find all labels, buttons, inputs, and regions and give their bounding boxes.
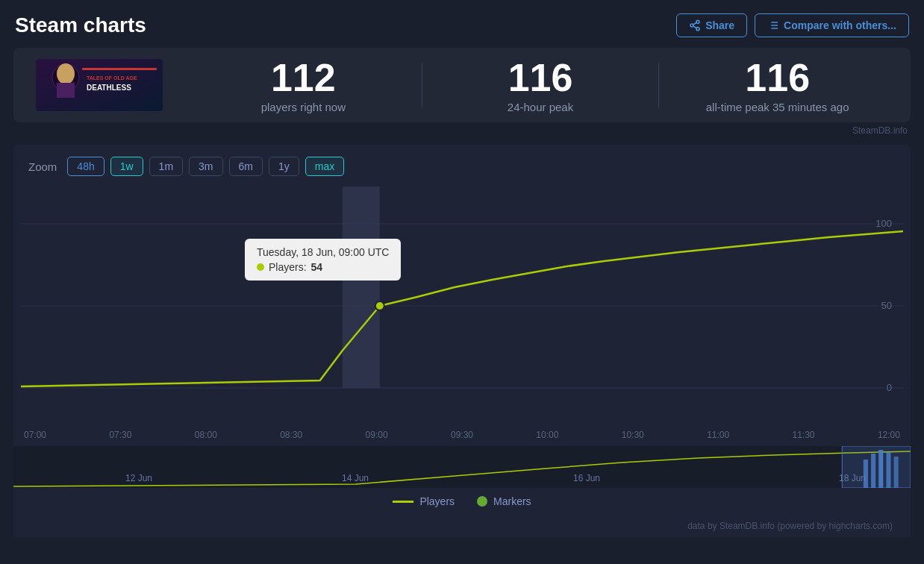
zoom-1y[interactable]: 1y — [269, 157, 299, 176]
stat-alltime-peak: 116 all-time peak 35 minutes ago — [667, 57, 888, 113]
stats-bar: TALES OF OLD AGE DEATHLESS 112 players r… — [13, 48, 911, 122]
game-image: TALES OF OLD AGE DEATHLESS — [36, 59, 163, 111]
svg-line-3 — [693, 26, 697, 28]
mini-label-1: 14 Jun — [342, 473, 369, 483]
data-credit: data by SteamDB.info (powered by highcha… — [13, 516, 911, 537]
players-now-label: players right now — [193, 101, 414, 113]
svg-rect-26 — [894, 457, 899, 488]
zoom-1m[interactable]: 1m — [149, 157, 183, 176]
svg-text:50: 50 — [881, 300, 891, 311]
svg-line-4 — [693, 22, 697, 25]
x-label-6: 10:00 — [536, 430, 558, 440]
mini-label-0: 12 Jun — [125, 473, 152, 483]
page-header: Steam charts Share Compare with others..… — [0, 0, 924, 48]
chart-container: Zoom 48h 1w 1m 3m 6m 1y max 100 50 0 — [13, 145, 911, 516]
svg-point-1 — [690, 24, 693, 27]
steamdb-credit: SteamDB.info — [0, 122, 924, 140]
peak-24h-number: 116 — [430, 57, 652, 99]
svg-text:DEATHLESS: DEATHLESS — [87, 84, 131, 92]
x-label-10: 12:00 — [878, 430, 900, 440]
chart-svg: 100 50 0 — [21, 187, 903, 425]
legend-row: Players Markers — [13, 488, 911, 516]
x-label-0: 07:00 — [24, 430, 46, 440]
share-icon — [689, 19, 701, 31]
svg-rect-18 — [343, 187, 380, 388]
mini-label-2: 16 Jun — [573, 473, 600, 483]
players-now-number: 112 — [193, 57, 414, 99]
legend-markers-dot — [477, 496, 487, 507]
zoom-48h[interactable]: 48h — [67, 157, 104, 176]
svg-text:100: 100 — [875, 218, 892, 229]
mini-label-3: 18 Jun — [839, 473, 866, 483]
svg-point-7 — [57, 63, 75, 84]
zoom-1w[interactable]: 1w — [110, 157, 143, 176]
x-axis: 07:00 07:30 08:00 08:30 09:00 09:30 10:0… — [13, 425, 911, 446]
svg-rect-8 — [57, 83, 75, 98]
stat-peak-24h: 116 24-hour peak — [430, 57, 652, 113]
zoom-6m[interactable]: 6m — [229, 157, 263, 176]
svg-text:0: 0 — [887, 382, 892, 393]
svg-point-0 — [696, 20, 699, 23]
legend-markers-label: Markers — [493, 495, 531, 507]
svg-text:TALES OF OLD AGE: TALES OF OLD AGE — [87, 75, 137, 81]
page-title: Steam charts — [15, 13, 146, 37]
alltime-peak-label: all-time peak 35 minutes ago — [667, 101, 888, 113]
svg-rect-23 — [871, 454, 875, 488]
legend-players-line — [393, 501, 413, 503]
alltime-peak-number: 116 — [667, 57, 888, 99]
legend-markers: Markers — [477, 495, 531, 507]
zoom-max[interactable]: max — [305, 157, 344, 176]
x-label-5: 09:30 — [451, 430, 473, 440]
header-actions: Share Compare with others... — [676, 13, 909, 37]
mini-navigator[interactable]: 12 Jun 14 Jun 16 Jun 18 Jun — [13, 446, 911, 488]
x-label-3: 08:30 — [280, 430, 302, 440]
compare-icon — [767, 19, 779, 31]
svg-rect-25 — [886, 452, 890, 488]
svg-point-19 — [375, 301, 384, 310]
zoom-label: Zoom — [28, 160, 57, 173]
svg-point-2 — [696, 28, 699, 31]
x-label-7: 10:30 — [622, 430, 644, 440]
x-label-9: 11:30 — [793, 430, 815, 440]
legend-players: Players — [393, 495, 455, 507]
x-label-8: 11:00 — [707, 430, 729, 440]
svg-rect-24 — [878, 450, 883, 488]
x-label-2: 08:00 — [195, 430, 217, 440]
share-button[interactable]: Share — [676, 13, 747, 37]
stat-players-now: 112 players right now — [193, 57, 414, 113]
svg-rect-11 — [82, 68, 157, 70]
peak-24h-label: 24-hour peak — [430, 101, 652, 113]
zoom-row: Zoom 48h 1w 1m 3m 6m 1y max — [13, 157, 911, 187]
x-label-1: 07:30 — [109, 430, 131, 440]
game-art: TALES OF OLD AGE DEATHLESS — [36, 59, 163, 111]
zoom-3m[interactable]: 3m — [189, 157, 222, 176]
stat-divider-2 — [658, 63, 659, 107]
stat-divider-1 — [422, 63, 422, 107]
legend-players-label: Players — [419, 495, 455, 507]
x-label-4: 09:00 — [366, 430, 388, 440]
compare-button[interactable]: Compare with others... — [755, 13, 909, 37]
chart-area: 100 50 0 Tuesday, 18 Jun, 09:00 UTC Play… — [21, 187, 903, 425]
